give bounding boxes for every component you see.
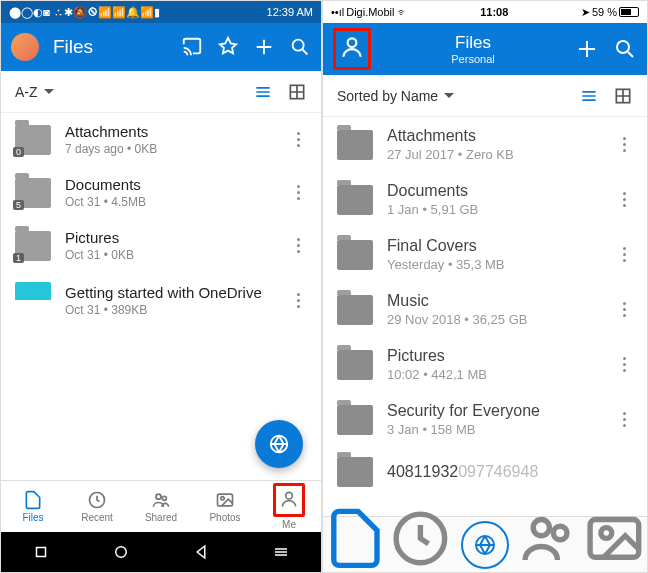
camera-fab[interactable] bbox=[255, 420, 303, 468]
location-icon: ➤ bbox=[581, 6, 590, 19]
list-item[interactable]: Getting started with OneDriveOct 31 • 38… bbox=[1, 272, 321, 328]
folder-icon: 1 bbox=[15, 231, 51, 261]
view-grid-icon[interactable] bbox=[613, 86, 633, 106]
status-bar: ••ıl Digi.Mobil ᯤ 11:08 ➤ 59 % bbox=[323, 1, 647, 23]
folder-icon: 0 bbox=[15, 125, 51, 155]
list-item[interactable]: 5DocumentsOct 31 • 4.5MB bbox=[1, 166, 321, 219]
bottom-nav: Files Recent Shared Photos bbox=[323, 516, 647, 572]
more-icon[interactable] bbox=[615, 247, 633, 262]
view-list-icon[interactable] bbox=[253, 82, 273, 102]
sort-button[interactable]: A-Z bbox=[15, 84, 54, 100]
tab-recent[interactable]: Recent bbox=[388, 506, 453, 573]
add-icon[interactable] bbox=[253, 36, 275, 58]
folder-icon bbox=[337, 130, 373, 160]
folder-icon bbox=[337, 457, 373, 487]
tab-me[interactable]: Me bbox=[257, 481, 321, 532]
chevron-down-icon bbox=[444, 93, 454, 98]
svg-point-11 bbox=[348, 38, 357, 47]
list-item[interactable]: Final CoversYesterday • 35,3 MB bbox=[323, 227, 647, 282]
chevron-down-icon bbox=[44, 89, 54, 94]
more-icon[interactable] bbox=[615, 192, 633, 207]
tab-shared[interactable]: Shared bbox=[517, 506, 582, 573]
more-icon[interactable] bbox=[615, 137, 633, 152]
wifi-icon: ᯤ bbox=[397, 6, 408, 18]
svg-point-4 bbox=[156, 494, 161, 499]
svg-point-17 bbox=[554, 526, 567, 539]
list-item[interactable]: Attachments27 Jul 2017 • Zero KB bbox=[323, 117, 647, 172]
app-header: FilesPersonal bbox=[323, 23, 647, 75]
list-item[interactable]: Pictures10:02 • 442,1 MB bbox=[323, 337, 647, 392]
status-time: 12:39 AM bbox=[267, 6, 313, 18]
more-icon[interactable] bbox=[289, 293, 307, 308]
ios-screen: ••ıl Digi.Mobil ᯤ 11:08 ➤ 59 % FilesPers… bbox=[322, 0, 648, 573]
header-title: Files bbox=[53, 36, 93, 58]
aperture-icon bbox=[473, 533, 497, 557]
tab-camera[interactable] bbox=[453, 521, 518, 569]
tab-photos[interactable]: Photos bbox=[582, 506, 647, 573]
premium-icon[interactable] bbox=[217, 36, 239, 58]
svg-point-5 bbox=[162, 496, 166, 500]
android-screen: ⬤◯◐◙ ⛬✱🔕🛇📶📶🔔📶▮ 12:39 AM Files A-Z 0Attac… bbox=[0, 0, 322, 573]
tab-recent[interactable]: Recent bbox=[65, 481, 129, 532]
folder-icon bbox=[337, 240, 373, 270]
person-icon bbox=[339, 34, 365, 60]
folder-icon bbox=[337, 295, 373, 325]
folder-icon bbox=[337, 350, 373, 380]
list-item[interactable]: Documents1 Jan • 5,91 GB bbox=[323, 172, 647, 227]
more-icon[interactable] bbox=[289, 132, 307, 147]
svg-point-7 bbox=[221, 497, 224, 500]
signal-icon: ••ıl bbox=[331, 6, 344, 18]
list-item[interactable]: 0Attachments7 days ago • 0KB bbox=[1, 113, 321, 166]
svg-point-19 bbox=[601, 527, 612, 538]
svg-point-10 bbox=[116, 547, 127, 558]
app-header: Files bbox=[1, 23, 321, 71]
android-nav-bar bbox=[1, 532, 321, 572]
tab-shared[interactable]: Shared bbox=[129, 481, 193, 532]
view-list-icon[interactable] bbox=[579, 86, 599, 106]
list-item[interactable]: Security for Everyone3 Jan • 158 MB bbox=[323, 392, 647, 447]
recents-button[interactable] bbox=[32, 543, 50, 561]
svg-point-8 bbox=[286, 492, 293, 499]
header-title: Files bbox=[371, 33, 575, 53]
battery-icon bbox=[619, 7, 639, 17]
more-icon[interactable] bbox=[289, 185, 307, 200]
list-item[interactable]: 1PicturesOct 31 • 0KB bbox=[1, 219, 321, 272]
sort-button[interactable]: Sorted by Name bbox=[337, 88, 454, 104]
menu-button[interactable] bbox=[272, 543, 290, 561]
profile-button[interactable] bbox=[333, 28, 371, 70]
bottom-nav: Files Recent Shared Photos Me bbox=[1, 480, 321, 532]
status-bar: ⬤◯◐◙ ⛬✱🔕🛇📶📶🔔📶▮ 12:39 AM bbox=[1, 1, 321, 23]
folder-icon bbox=[337, 185, 373, 215]
list-item[interactable]: 40811932097746948 bbox=[323, 447, 647, 497]
add-icon[interactable] bbox=[575, 37, 599, 61]
view-grid-icon[interactable] bbox=[287, 82, 307, 102]
svg-point-16 bbox=[534, 519, 550, 535]
tab-files[interactable]: Files bbox=[323, 506, 388, 573]
more-icon[interactable] bbox=[615, 302, 633, 317]
list-item[interactable]: Music29 Nov 2018 • 36,25 GB bbox=[323, 282, 647, 337]
svg-rect-9 bbox=[37, 548, 46, 557]
more-icon[interactable] bbox=[615, 357, 633, 372]
file-thumbnail bbox=[15, 282, 51, 318]
status-icons: ⬤◯◐◙ ⛬✱🔕🛇📶📶🔔📶▮ bbox=[9, 6, 160, 19]
avatar[interactable] bbox=[11, 33, 39, 61]
cast-icon[interactable] bbox=[181, 36, 203, 58]
header-subtitle: Personal bbox=[371, 53, 575, 65]
folder-icon bbox=[337, 405, 373, 435]
more-icon[interactable] bbox=[289, 238, 307, 253]
more-icon[interactable] bbox=[615, 412, 633, 427]
search-icon[interactable] bbox=[289, 36, 311, 58]
svg-point-0 bbox=[293, 40, 304, 51]
back-button[interactable] bbox=[192, 543, 210, 561]
sort-bar: A-Z bbox=[1, 71, 321, 113]
search-icon[interactable] bbox=[613, 37, 637, 61]
tab-files[interactable]: Files bbox=[1, 481, 65, 532]
svg-point-12 bbox=[617, 41, 629, 53]
folder-icon: 5 bbox=[15, 178, 51, 208]
sort-bar: Sorted by Name bbox=[323, 75, 647, 117]
status-time: 11:08 bbox=[480, 6, 508, 18]
file-list: Attachments27 Jul 2017 • Zero KB Documen… bbox=[323, 117, 647, 516]
home-button[interactable] bbox=[112, 543, 130, 561]
tab-photos[interactable]: Photos bbox=[193, 481, 257, 532]
aperture-icon bbox=[268, 433, 290, 455]
